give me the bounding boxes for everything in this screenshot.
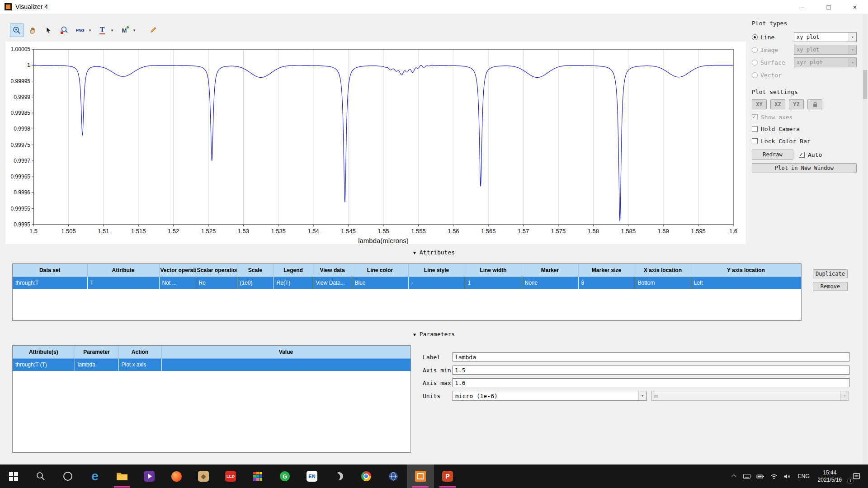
surface-radio[interactable]	[752, 60, 758, 66]
taskbar-globe-app-button[interactable]	[380, 465, 407, 488]
tray-show-hidden-icons[interactable]	[727, 465, 739, 488]
edit-tool-button[interactable]	[146, 23, 160, 37]
auto-checkbox[interactable]	[799, 152, 805, 158]
tray-battery[interactable]	[755, 465, 766, 488]
parameter-row-lambda[interactable]: through:T (T) lambda Plot x axis	[13, 358, 410, 371]
column-header-value[interactable]: Value	[161, 346, 410, 358]
text-annotation-button[interactable]: T ▾	[95, 23, 115, 37]
minimize-button[interactable]: –	[789, 0, 816, 14]
tray-network[interactable]	[768, 465, 780, 488]
column-header-line-width[interactable]: Line width	[465, 264, 522, 277]
taskbar-browser-app-button[interactable]	[163, 465, 190, 488]
taskbar-cortana-button[interactable]	[54, 465, 81, 488]
taskbar-chrome-button[interactable]	[353, 465, 380, 488]
yz-plane-button[interactable]: YZ	[789, 99, 804, 109]
cell-x-axis-location[interactable]: Bottom	[635, 277, 691, 289]
matrix-tool-button[interactable]: M ▾	[118, 23, 137, 37]
column-header-parameter[interactable]: Parameter	[75, 346, 118, 358]
close-button[interactable]: ×	[842, 0, 868, 14]
attributes-section-header[interactable]: ▼ Attributes	[0, 249, 868, 256]
show-axes-checkbox[interactable]	[752, 114, 758, 120]
column-header-line-style[interactable]: Line style	[408, 264, 465, 277]
axis-min-input[interactable]	[453, 366, 849, 375]
hold-camera-checkbox[interactable]	[752, 126, 758, 132]
cell-line-color[interactable]: Blue	[352, 277, 408, 289]
chevron-down-icon[interactable]: ▾	[109, 23, 115, 37]
line-plot-type-combo[interactable]: xy plot ▾	[794, 32, 857, 42]
taskbar-grid-app-button[interactable]	[244, 465, 271, 488]
chevron-down-icon[interactable]: ▾	[849, 33, 856, 42]
column-header-view-data[interactable]: View data	[313, 264, 352, 277]
taskbar-clock[interactable]: 15:44 2021/5/16	[814, 469, 845, 483]
chevron-down-icon[interactable]: ▾	[131, 23, 137, 37]
cell-y-axis-location[interactable]: Left	[691, 277, 801, 289]
column-header-action[interactable]: Action	[118, 346, 161, 358]
cell-attributes[interactable]: through:T (T)	[13, 358, 75, 371]
zoom-tool-button[interactable]	[10, 23, 24, 37]
plot-in-new-window-button[interactable]: Plot in New Window	[752, 163, 857, 173]
pan-tool-button[interactable]	[26, 23, 39, 37]
lock-color-bar-checkbox[interactable]	[752, 138, 758, 144]
cell-line-width[interactable]: 1	[465, 277, 522, 289]
tray-touch-keyboard[interactable]	[741, 465, 753, 488]
column-header-attribute[interactable]: Attribute	[87, 264, 159, 277]
app-logo-icon[interactable]	[5, 3, 12, 10]
select-tool-button[interactable]	[42, 23, 55, 37]
column-header-y-axis-location[interactable]: Y axis location	[691, 264, 801, 277]
parameters-section-header[interactable]: ▼ Parameters	[0, 331, 868, 338]
export-image-button[interactable]: PNG ▾	[73, 23, 93, 37]
chevron-down-icon[interactable]: ▾	[638, 391, 646, 400]
line-radio[interactable]	[752, 34, 758, 40]
column-header-line-color[interactable]: Line color	[352, 264, 408, 277]
cell-line-style[interactable]: -	[408, 277, 465, 289]
attribute-row-through-t[interactable]: through:T T Not ... Re (1e0) Re(T) View …	[13, 277, 801, 289]
zoom-reset-tool-button[interactable]	[57, 23, 71, 37]
maximize-button[interactable]: □	[816, 0, 842, 14]
vector-radio[interactable]	[752, 72, 758, 78]
taskbar-edge-button[interactable]: e	[81, 465, 108, 488]
redraw-button[interactable]: Redraw	[752, 150, 793, 160]
column-header-attributes[interactable]: Attribute(s)	[13, 346, 75, 358]
column-header-marker-size[interactable]: Marker size	[578, 264, 635, 277]
column-header-scale[interactable]: Scale	[237, 264, 274, 277]
cell-value[interactable]	[161, 358, 410, 371]
surface-plot-type-combo[interactable]: xyz plot ▾	[794, 57, 857, 67]
tray-action-center[interactable]: 1	[847, 465, 865, 488]
lock-aspect-button[interactable]	[807, 99, 822, 109]
image-radio[interactable]	[752, 47, 758, 53]
cell-scalar-operation[interactable]: Re	[196, 277, 237, 289]
taskbar-powerpoint-button[interactable]: P	[434, 465, 461, 488]
units-combo[interactable]: micro (1e-6) ▾	[453, 391, 647, 401]
taskbar-visualizer-button[interactable]	[407, 465, 434, 488]
xy-plane-button[interactable]: XY	[752, 99, 767, 109]
column-header-legend[interactable]: Legend	[274, 264, 313, 277]
xy-plot-canvas[interactable]: 1.51.5051.511.5151.521.5251.531.5351.541…	[5, 42, 746, 244]
taskbar-night-light-button[interactable]	[326, 465, 353, 488]
units-secondary-combo[interactable]: m ▾	[651, 391, 849, 401]
cell-scale[interactable]: (1e0)	[237, 277, 274, 289]
tray-language[interactable]: ENG	[795, 473, 812, 479]
duplicate-button[interactable]: Duplicate	[813, 269, 848, 278]
taskbar-media-app-button[interactable]	[136, 465, 163, 488]
cell-marker-size[interactable]: 8	[578, 277, 635, 289]
axis-max-input[interactable]	[453, 378, 849, 387]
taskbar-file-explorer-button[interactable]	[108, 465, 136, 488]
taskbar-start-button[interactable]	[0, 465, 27, 488]
column-header-marker[interactable]: Marker	[522, 264, 578, 277]
taskbar-grammarly-button[interactable]: G	[271, 465, 298, 488]
cell-parameter[interactable]: lambda	[75, 358, 118, 371]
chevron-down-icon[interactable]: ▾	[87, 23, 93, 37]
taskbar-en-app-button[interactable]: EN	[298, 465, 326, 488]
cell-view-data[interactable]: View Data...	[313, 277, 352, 289]
cell-attribute[interactable]: T	[87, 277, 159, 289]
scrollbar-thumb[interactable]	[863, 70, 867, 99]
taskbar-reader-app-button[interactable]: ◆	[190, 465, 217, 488]
window-scrollbar[interactable]	[863, 14, 868, 465]
taskbar-led-app-button[interactable]: LED	[217, 465, 244, 488]
cell-vector-operation[interactable]: Not ...	[159, 277, 196, 289]
cell-marker[interactable]: None	[522, 277, 578, 289]
label-input[interactable]	[453, 352, 849, 361]
column-header-vector-operation[interactable]: Vector operation	[159, 264, 196, 277]
column-header-x-axis-location[interactable]: X axis location	[635, 264, 691, 277]
cell-legend[interactable]: Re(T)	[274, 277, 313, 289]
